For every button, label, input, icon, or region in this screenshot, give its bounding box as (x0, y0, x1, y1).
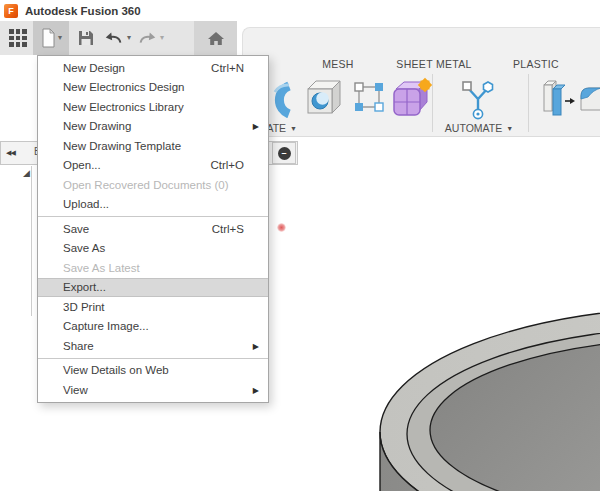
chevron-down-icon: ▼ (506, 125, 513, 132)
menu-item-label: Upload... (63, 198, 109, 210)
mesh-cube-tool-icon[interactable] (303, 76, 345, 118)
menu-item-shortcut: Ctrl+S (212, 223, 244, 235)
menu-item-label: Open... (63, 159, 101, 171)
submenu-arrow-icon: ▶ (253, 385, 259, 394)
file-menu-button[interactable]: ▾ (33, 21, 69, 55)
edit-form-tool-icon[interactable] (351, 79, 387, 115)
menu-item-shortcut: Ctrl+N (211, 62, 244, 74)
menu-item-share[interactable]: Share▶ (38, 336, 268, 356)
home-icon (207, 30, 225, 46)
menu-item-open-recovered-documents-0: Open Recovered Documents (0) (38, 175, 268, 195)
automate-tool-icon[interactable] (456, 76, 500, 120)
menu-item-new-drawing-template[interactable]: New Drawing Template (38, 136, 268, 156)
automate-group-label: AUTOMATE (445, 122, 502, 134)
collapse-panel-button[interactable]: ◀◀ (6, 146, 15, 160)
menu-item-label: New Design (63, 62, 125, 74)
menu-item-label: View (63, 384, 88, 396)
menu-item-new-drawing[interactable]: New Drawing▶ (38, 117, 268, 137)
menu-item-shortcut: Ctrl+O (210, 159, 244, 171)
redo-icon (136, 30, 158, 46)
menu-item-open[interactable]: Open...Ctrl+O (38, 156, 268, 176)
ribbon-divider (528, 74, 529, 132)
cursor-marker (277, 223, 286, 232)
menu-item-3d-print[interactable]: 3D Print (38, 297, 268, 317)
viewport-3d[interactable] (360, 300, 600, 491)
home-view-button[interactable] (194, 21, 237, 55)
title-bar: F Autodesk Fusion 360 (0, 0, 600, 21)
ribbon-toolbar: MESHSHEET METALPLASTIC (242, 27, 600, 137)
quick-access-toolbar: ▾ ▾ ▾ (0, 21, 237, 55)
menu-item-upload[interactable]: Upload... (38, 195, 268, 215)
menu-item-view[interactable]: View▶ (38, 380, 268, 400)
menu-item-new-design[interactable]: New DesignCtrl+N (38, 58, 268, 78)
undo-icon (103, 30, 125, 46)
undo-caret-icon: ▾ (127, 34, 131, 42)
menu-item-label: Export... (63, 281, 106, 293)
menu-item-save-as-latest: Save As Latest (38, 258, 268, 278)
mesh-create-tool-icon[interactable] (265, 78, 295, 118)
menu-item-save-as[interactable]: Save As (38, 239, 268, 259)
menu-item-label: New Electronics Library (63, 101, 184, 113)
menu-item-label: Save (63, 223, 89, 235)
plastic-part-tool-icon[interactable] (579, 80, 600, 116)
window-title: Autodesk Fusion 360 (25, 5, 141, 17)
file-menu: New DesignCtrl+NNew Electronics DesignNe… (37, 55, 269, 403)
create-group-label: ATE (266, 122, 286, 134)
tab-sheet-metal[interactable]: SHEET METAL (384, 58, 484, 72)
app-grid-icon (9, 29, 27, 47)
redo-caret-icon: ▾ (160, 34, 164, 42)
menu-item-label: Save As (63, 242, 105, 254)
menu-item-label: New Electronics Design (63, 81, 184, 93)
app-grid-button[interactable] (4, 21, 32, 55)
undo-button[interactable]: ▾ (101, 21, 133, 55)
menu-item-new-electronics-library[interactable]: New Electronics Library (38, 97, 268, 117)
file-menu-caret-icon: ▾ (58, 34, 62, 42)
menu-item-label: Open Recovered Documents (0) (63, 179, 229, 191)
file-icon (40, 28, 56, 48)
save-icon (77, 29, 95, 47)
fusion360-window: F Autodesk Fusion 360 ▾ (0, 0, 600, 491)
menu-item-label: New Drawing Template (63, 140, 181, 152)
tab-mesh[interactable]: MESH (303, 58, 373, 72)
minimize-panel-button[interactable]: – (272, 142, 296, 164)
ribbon-divider (432, 74, 433, 132)
menu-item-label: New Drawing (63, 120, 131, 132)
menu-item-label: Save As Latest (63, 262, 140, 274)
menu-item-label: Share (63, 340, 94, 352)
menu-separator (38, 358, 268, 359)
menu-item-label: Capture Image... (63, 320, 149, 332)
tessellate-tool-icon[interactable] (389, 75, 435, 119)
browser-panel-edge (31, 166, 32, 316)
submenu-arrow-icon: ▶ (253, 341, 259, 350)
menu-item-view-details-on-web[interactable]: View Details on Web (38, 361, 268, 381)
chevron-down-icon: ▼ (290, 125, 297, 132)
menu-item-label: 3D Print (63, 301, 105, 313)
minimize-icon: – (278, 147, 291, 160)
save-button[interactable] (72, 21, 100, 55)
menu-item-save[interactable]: SaveCtrl+S (38, 219, 268, 239)
automate-group-dropdown[interactable]: AUTOMATE ▼ (443, 121, 515, 135)
menu-item-export[interactable]: Export... (38, 278, 268, 298)
menu-separator (38, 216, 268, 217)
cylinder-model (380, 307, 600, 491)
browser-expand-arrow[interactable]: ◢ (23, 168, 30, 178)
fusion-logo-icon: F (4, 4, 18, 18)
menu-item-label: View Details on Web (63, 364, 169, 376)
submenu-arrow-icon: ▶ (253, 122, 259, 131)
plastic-thicken-tool-icon[interactable] (539, 78, 577, 118)
menu-item-capture-image[interactable]: Capture Image... (38, 317, 268, 337)
tab-plastic[interactable]: PLASTIC (496, 58, 576, 72)
menu-item-new-electronics-design[interactable]: New Electronics Design (38, 78, 268, 98)
redo-button[interactable]: ▾ (134, 21, 166, 55)
